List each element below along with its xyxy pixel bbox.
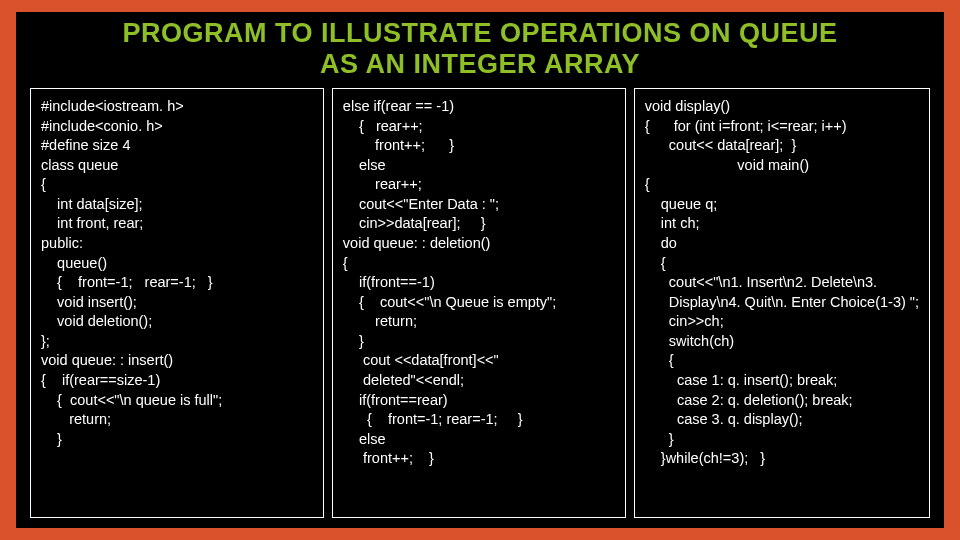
slide-frame: PROGRAM TO ILLUSTRATE OPERATIONS ON QUEU… <box>0 0 960 540</box>
code-column-1: #include<iostream. h> #include<conio. h>… <box>30 88 324 518</box>
slide-inner: PROGRAM TO ILLUSTRATE OPERATIONS ON QUEU… <box>16 12 944 528</box>
slide-title: PROGRAM TO ILLUSTRATE OPERATIONS ON QUEU… <box>16 12 944 82</box>
code-column-3: void display() { for (int i=front; i<=re… <box>634 88 930 518</box>
title-line-2: AS AN INTEGER ARRAY <box>320 49 640 79</box>
code-columns: #include<iostream. h> #include<conio. h>… <box>16 82 944 528</box>
title-line-1: PROGRAM TO ILLUSTRATE OPERATIONS ON QUEU… <box>122 18 837 48</box>
code-column-2: else if(rear == -1) { rear++; front++; }… <box>332 88 626 518</box>
